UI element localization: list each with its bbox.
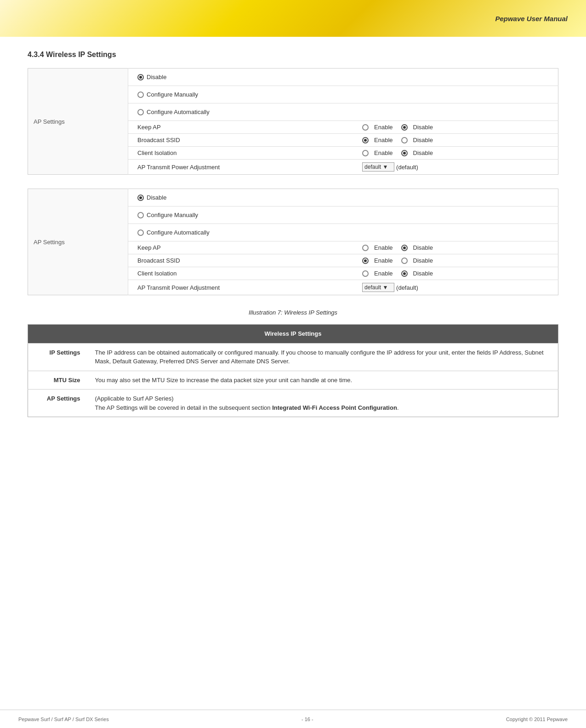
radio-auto-2[interactable] xyxy=(137,229,144,236)
keep-ap-enable-radio-1[interactable] xyxy=(362,124,369,131)
info-table-header: Wireless IP Settings xyxy=(28,325,558,344)
ap-settings-applicable: (Applicable to Surf AP Series) xyxy=(95,394,551,403)
option-auto-label-2: Configure Automatically xyxy=(147,229,210,236)
main-content: 4.3.4 Wireless IP Settings AP Settings D… xyxy=(0,37,586,445)
client-isolation-value-1: Enable Disable xyxy=(357,147,558,160)
radio-disable-1[interactable] xyxy=(137,74,144,80)
option-auto-2: Configure Automatically xyxy=(128,224,558,241)
ap-transmit-default-label-1: (default) xyxy=(396,164,418,171)
broadcast-ssid-label-2: Broadcast SSID xyxy=(128,254,357,267)
broadcast-ssid-disable-radio-2[interactable] xyxy=(401,258,408,264)
keep-ap-value-2: Enable Disable xyxy=(357,241,558,254)
broadcast-ssid-enable-radio-2[interactable] xyxy=(362,258,369,264)
ap-settings-table-2: AP Settings Disable Configure Manually xyxy=(28,189,558,295)
radio-disable-2[interactable] xyxy=(137,195,144,201)
ap-settings-info-label: AP Settings xyxy=(28,390,88,417)
option-auto-1: Configure Automatically xyxy=(128,103,558,121)
radio-manual-2[interactable] xyxy=(137,212,144,218)
footer-left: Pepwave Surf / Surf AP / Surf DX Series xyxy=(18,717,109,722)
ap-transmit-value-1: default ▼ (default) xyxy=(357,160,558,175)
broadcast-ssid-label-1: Broadcast SSID xyxy=(128,134,357,147)
header-title: Pepwave User Manual xyxy=(495,15,568,23)
ap-settings-info-content: (Applicable to Surf AP Series) The AP Se… xyxy=(88,390,558,417)
header-bar: Pepwave User Manual xyxy=(0,0,586,37)
keep-ap-enable-radio-2[interactable] xyxy=(362,245,369,251)
client-isolation-value-2: Enable Disable xyxy=(357,267,558,280)
ap-transmit-dropdown-1[interactable]: default ▼ xyxy=(362,162,394,172)
illustration-caption: Illustration 7: Wireless IP Settings xyxy=(28,309,558,316)
option-manual-label-1: Configure Manually xyxy=(147,91,198,98)
client-isolation-enable-radio-2[interactable] xyxy=(362,270,369,277)
info-table-header-row: Wireless IP Settings xyxy=(28,325,558,344)
mtu-size-content: You may also set the MTU Size to increas… xyxy=(88,371,558,390)
ip-settings-content: The IP address can be obtained automatic… xyxy=(88,343,558,371)
ip-settings-label: IP Settings xyxy=(28,343,88,371)
info-row-ap-settings: AP Settings (Applicable to Surf AP Serie… xyxy=(28,390,558,417)
info-table: Wireless IP Settings IP Settings The IP … xyxy=(28,324,558,417)
table-row: AP Settings Disable xyxy=(28,69,558,86)
option-manual-label-2: Configure Manually xyxy=(147,212,198,218)
option-disable-label-2: Disable xyxy=(147,194,166,201)
radio-manual-1[interactable] xyxy=(137,92,144,98)
keep-ap-value-1: Enable Disable xyxy=(357,121,558,134)
table-row: AP Settings Disable xyxy=(28,189,558,206)
broadcast-ssid-value-1: Enable Disable xyxy=(357,134,558,147)
ap-transmit-value-2: default ▼ (default) xyxy=(357,280,558,295)
keep-ap-label-2: Keep AP xyxy=(128,241,357,254)
info-row-ip-settings: IP Settings The IP address can be obtain… xyxy=(28,343,558,371)
client-isolation-disable-radio-1[interactable] xyxy=(401,150,408,156)
keep-ap-disable-radio-2[interactable] xyxy=(401,245,408,251)
footer: Pepwave Surf / Surf AP / Surf DX Series … xyxy=(0,710,586,728)
option-auto-label-1: Configure Automatically xyxy=(147,109,210,115)
option-manual-2: Configure Manually xyxy=(128,206,558,224)
mtu-size-label: MTU Size xyxy=(28,371,88,390)
broadcast-ssid-value-2: Enable Disable xyxy=(357,254,558,267)
ap-settings-description: The AP Settings will be covered in detai… xyxy=(95,403,551,413)
broadcast-ssid-disable-radio-1[interactable] xyxy=(401,137,408,143)
ap-settings-table-1: AP Settings Disable Configure Manually xyxy=(28,68,558,175)
broadcast-ssid-enable-radio-1[interactable] xyxy=(362,137,369,143)
info-row-mtu-size: MTU Size You may also set the MTU Size t… xyxy=(28,371,558,390)
ap-settings-label-2: AP Settings xyxy=(28,189,128,295)
client-isolation-disable-radio-2[interactable] xyxy=(401,270,408,277)
option-manual-1: Configure Manually xyxy=(128,86,558,103)
ap-transmit-dropdown-2[interactable]: default ▼ xyxy=(362,283,394,292)
option-disable-2: Disable xyxy=(128,189,558,206)
ap-transmit-label-2: AP Transmit Power Adjustment xyxy=(128,280,357,295)
client-isolation-enable-radio-1[interactable] xyxy=(362,150,369,156)
option-disable-1: Disable xyxy=(128,69,558,86)
footer-right: Copyright © 2011 Pepwave xyxy=(506,717,568,722)
ap-settings-label-1: AP Settings xyxy=(28,69,128,175)
ap-settings-bold-link: Integrated Wi-Fi Access Point Configurat… xyxy=(272,404,397,411)
section-heading: 4.3.4 Wireless IP Settings xyxy=(28,51,558,59)
ap-transmit-default-label-2: (default) xyxy=(396,284,418,291)
option-disable-label-1: Disable xyxy=(147,74,166,80)
client-isolation-label-1: Client Isolation xyxy=(128,147,357,160)
keep-ap-label-1: Keep AP xyxy=(128,121,357,134)
footer-center: - 16 - xyxy=(302,717,313,722)
client-isolation-label-2: Client Isolation xyxy=(128,267,357,280)
radio-auto-1[interactable] xyxy=(137,109,144,115)
keep-ap-disable-radio-1[interactable] xyxy=(401,124,408,131)
ap-transmit-label-1: AP Transmit Power Adjustment xyxy=(128,160,357,175)
